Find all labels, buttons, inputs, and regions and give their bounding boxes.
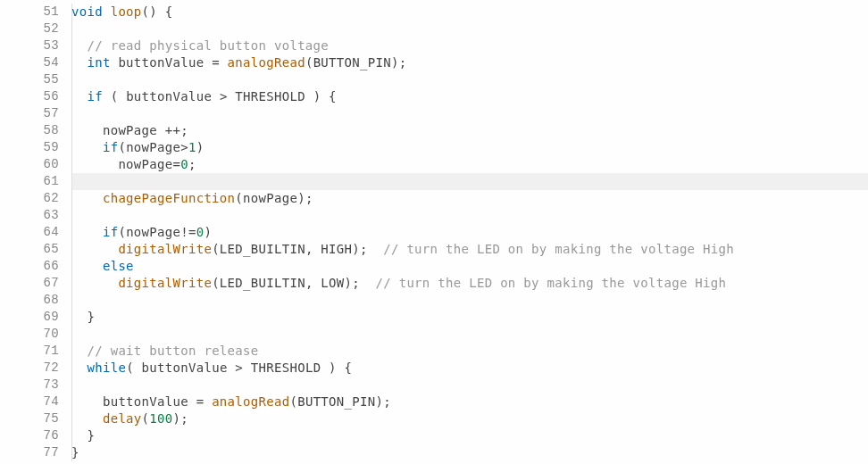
line-number: 53 — [0, 37, 59, 54]
code-line[interactable]: void loop() { — [71, 4, 868, 21]
line-number: 55 — [0, 71, 59, 88]
code-line[interactable]: digitalWrite(LED_BUILTIN, LOW); // turn … — [71, 275, 868, 292]
line-number: 54 — [0, 54, 59, 71]
line-number: 69 — [0, 309, 59, 326]
code-line[interactable] — [71, 377, 868, 394]
code-line[interactable] — [71, 292, 868, 309]
code-line-current[interactable] — [71, 173, 868, 190]
code-line[interactable]: nowPage ++; — [71, 122, 868, 139]
code-line[interactable]: buttonValue = analogRead(BUTTON_PIN); — [71, 394, 868, 410]
line-number: 63 — [0, 207, 59, 224]
line-number: 65 — [0, 241, 59, 258]
line-number: 56 — [0, 88, 59, 105]
code-line[interactable]: // wait button release — [71, 343, 868, 360]
line-number: 68 — [0, 292, 59, 309]
line-number: 74 — [0, 394, 59, 410]
code-line[interactable]: } — [71, 427, 868, 444]
line-number: 62 — [0, 190, 59, 207]
code-editor[interactable]: 51 52 53 54 55 56 57 58 59 60 61 62 63 6… — [0, 4, 868, 461]
line-number: 73 — [0, 377, 59, 394]
line-number: 71 — [0, 343, 59, 360]
code-line[interactable]: } — [71, 309, 868, 326]
line-number: 57 — [0, 105, 59, 122]
code-line[interactable]: if ( buttonValue > THRESHOLD ) { — [71, 88, 868, 105]
code-line[interactable]: if(nowPage!=0) — [71, 224, 868, 241]
code-area[interactable]: void loop() { // read physical button vo… — [71, 4, 868, 461]
code-line[interactable] — [71, 71, 868, 88]
code-line[interactable] — [71, 207, 868, 224]
code-line[interactable]: } — [71, 444, 868, 461]
line-number: 61 — [0, 173, 59, 190]
code-line[interactable] — [71, 326, 868, 343]
line-number: 58 — [0, 122, 59, 139]
line-number: 75 — [0, 410, 59, 427]
code-line[interactable] — [71, 21, 868, 37]
line-number: 51 — [0, 4, 59, 21]
line-number: 52 — [0, 21, 59, 37]
code-line[interactable]: // read physical button voltage — [71, 37, 868, 54]
code-line[interactable]: digitalWrite(LED_BUILTIN, HIGH); // turn… — [71, 241, 868, 258]
line-number: 67 — [0, 275, 59, 292]
line-number: 76 — [0, 427, 59, 444]
line-number: 64 — [0, 224, 59, 241]
code-line[interactable]: else — [71, 258, 868, 275]
line-number: 70 — [0, 326, 59, 343]
code-line[interactable]: delay(100); — [71, 410, 868, 427]
code-line[interactable]: int buttonValue = analogRead(BUTTON_PIN)… — [71, 54, 868, 71]
code-line[interactable]: if(nowPage>1) — [71, 139, 868, 156]
line-number: 66 — [0, 258, 59, 275]
line-number: 60 — [0, 156, 59, 173]
code-line[interactable]: while( buttonValue > THRESHOLD ) { — [71, 360, 868, 377]
code-line[interactable] — [71, 105, 868, 122]
line-number-gutter: 51 52 53 54 55 56 57 58 59 60 61 62 63 6… — [0, 4, 71, 461]
code-line[interactable]: chagePageFunction(nowPage); — [71, 190, 868, 207]
line-number: 77 — [0, 444, 59, 461]
line-number: 59 — [0, 139, 59, 156]
code-line[interactable]: nowPage=0; — [71, 156, 868, 173]
indent-guide — [71, 4, 72, 461]
line-number: 72 — [0, 360, 59, 377]
